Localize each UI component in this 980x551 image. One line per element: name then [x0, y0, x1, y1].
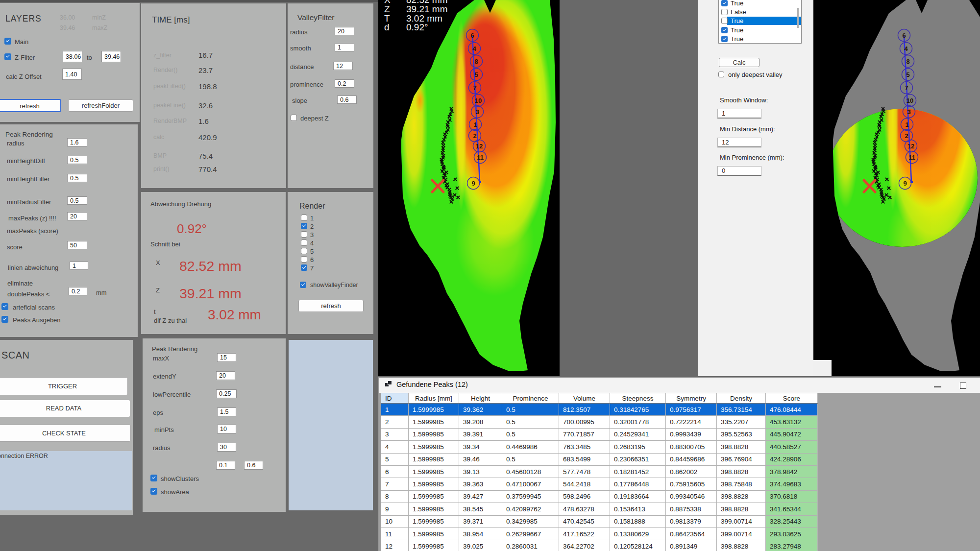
svg-text:Z: Z [384, 4, 390, 14]
svg-text:39.21 mm: 39.21 mm [406, 4, 447, 14]
svg-text:d: d [384, 22, 390, 32]
svg-text:0.92°: 0.92° [406, 22, 428, 32]
